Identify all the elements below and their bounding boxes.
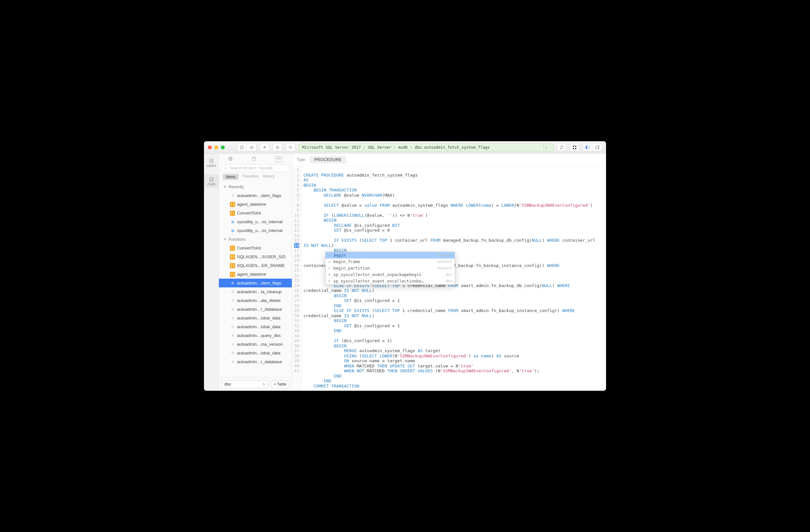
rail-db-master[interactable]: master [204, 156, 218, 169]
type-header: Type PROCEDURE [292, 153, 606, 166]
sidebar-tabs: Items Favorites History [219, 174, 292, 182]
tree-item[interactable]: ()SQLAGEN…ER_SNAME [219, 261, 292, 270]
app-window: ≡ Microsoft SQL Server 2017 : SQL Server… [204, 141, 606, 391]
function-icon: () [230, 254, 235, 260]
rail-db-msdb[interactable]: msdb [204, 174, 218, 188]
autocomplete-item[interactable]: ⚙sp_syscollector_event_onpackagebegindbo [326, 271, 455, 278]
svg-line-19 [226, 169, 227, 169]
schema-select[interactable]: dbo⇅ [222, 380, 268, 388]
tree-item[interactable]: ⚙autoadmin…query_dbs [219, 331, 292, 340]
breadcrumb[interactable]: Microsoft SQL Server 2017 : SQL Server :… [298, 144, 553, 151]
close-window-button[interactable] [208, 146, 212, 149]
function-icon: () [230, 211, 235, 216]
gear-icon: ⚙ [230, 359, 235, 365]
history-button[interactable]: ≡ [260, 144, 270, 151]
panel-right-button[interactable] [593, 144, 602, 151]
gear-icon: ⚙ [230, 324, 235, 330]
search-icon [224, 166, 228, 170]
add-table-button[interactable]: + Table [271, 380, 289, 388]
tree-item[interactable]: ⚙autoadmin…stem_flags [219, 191, 292, 200]
gear-icon: ⚙ [328, 279, 333, 284]
tree-item[interactable]: ▦sysutility_u…ns_internal [219, 226, 292, 235]
sidebar: ⏻ SQL Search for item: ^name$… Items Fav… [219, 153, 292, 391]
zoom-window-button[interactable] [221, 146, 225, 149]
tab-history[interactable]: History [263, 174, 275, 180]
tree-item[interactable]: ⚙autoadmin…lobal_data [219, 314, 292, 322]
gear-icon: ⚙ [230, 289, 235, 295]
svg-line-6 [291, 148, 292, 149]
database-icon [209, 177, 214, 182]
sidebar-mode-icons: ⏻ SQL [219, 153, 292, 164]
tree-item[interactable]: ()SQLAGEN…SUSER_SID [219, 252, 292, 261]
keyword-icon: ▭ [328, 259, 333, 264]
code-editor[interactable]: 1234567891011121314151617181920212223242… [292, 166, 606, 391]
tree-item[interactable]: ()agent_datetime [219, 270, 292, 279]
rail-label: master [206, 164, 216, 167]
panel-left-button[interactable] [583, 144, 593, 151]
sidebar-bottom: dbo⇅ + Table [219, 378, 292, 391]
gear-icon: ⚙ [230, 351, 235, 356]
tree-item[interactable]: ()ConvertToInt [219, 244, 292, 252]
sql-icon[interactable]: SQL [275, 156, 282, 162]
function-icon: () [230, 263, 235, 268]
gear-icon: ⚙ [230, 307, 235, 312]
stop-button[interactable] [237, 144, 247, 151]
tree-item[interactable]: ⚙autoadmin…lobal_data [219, 349, 292, 358]
gear-icon: ⚙ [328, 272, 333, 277]
svg-point-16 [209, 177, 213, 179]
plug-icon[interactable]: ⏻ [228, 156, 232, 162]
tree-item[interactable]: ⚙autoadmin…lobal_data [219, 322, 292, 331]
refresh-button[interactable] [557, 144, 566, 151]
keyword-icon: ▭ [328, 253, 333, 258]
tree-item-selected[interactable]: ⚙autoadmin…stem_flags [219, 279, 292, 287]
gear-icon: ⚙ [230, 333, 235, 338]
sidebar-tree: ▼Recently ⚙autoadmin…stem_flags ()agent_… [219, 182, 292, 378]
svg-point-18 [224, 167, 227, 169]
tree-item[interactable]: ()ConvertToInt [219, 209, 292, 217]
type-value: PROCEDURE [310, 156, 346, 163]
chevron-updown-icon: ⇅ [263, 383, 265, 386]
tree-item[interactable]: ⚙autoadmin…ta_cleanup [219, 287, 292, 296]
tree-item[interactable]: ()agent_datetime [219, 200, 292, 209]
svg-point-17 [252, 157, 255, 158]
table-icon: ▦ [230, 219, 235, 225]
svg-point-5 [289, 146, 292, 148]
titlebar: ≡ Microsoft SQL Server 2017 : SQL Server… [204, 141, 606, 153]
svg-rect-9 [573, 148, 574, 149]
location-badge: loc [541, 145, 550, 149]
view-button[interactable] [247, 144, 257, 151]
gear-icon: ⚙ [230, 281, 235, 286]
autocomplete-item[interactable]: ▭beginkeyword [326, 252, 455, 259]
keyword-icon: ▭ [328, 266, 333, 271]
search-placeholder: Search for item: ^name$… [230, 166, 276, 170]
search-input[interactable]: Search for item: ^name$… [222, 164, 289, 172]
table-icon: ▦ [230, 228, 235, 233]
db-icon[interactable] [251, 156, 257, 162]
autocomplete-item[interactable]: ▭begin_partitionkeyword [326, 265, 455, 271]
search-toolbar-button[interactable] [286, 144, 295, 151]
svg-rect-14 [598, 146, 599, 149]
section-recently[interactable]: ▼Recently [219, 182, 292, 191]
database-rail: master msdb [204, 153, 219, 391]
breadcrumb-text: Microsoft SQL Server 2017 : SQL Server :… [302, 145, 490, 150]
section-functions[interactable]: ▼Functions [219, 235, 292, 244]
minimize-window-button[interactable] [214, 146, 218, 149]
autocomplete-item[interactable]: ⚙sp_syscollector_event_oncollectionbe…db… [326, 278, 455, 284]
tree-item[interactable]: ▦sysutility_u…ns_internal [219, 217, 292, 226]
tree-item[interactable]: ⚙autoadmin…r_database [219, 358, 292, 366]
line-gutter: 1234567891011121314151617181920212223242… [292, 166, 302, 391]
grid-button[interactable] [570, 144, 580, 151]
tree-item[interactable]: ⚙autoadmin…ata_delete [219, 296, 292, 305]
svg-line-1 [241, 146, 243, 148]
rail-label: msdb [207, 182, 215, 186]
function-icon: () [230, 272, 235, 277]
tree-item[interactable]: ⚙autoadmin…r_database [219, 305, 292, 314]
svg-point-3 [251, 147, 252, 148]
svg-rect-8 [575, 146, 577, 147]
lock-button[interactable] [273, 144, 282, 151]
tab-items[interactable]: Items [223, 174, 239, 180]
type-label: Type [297, 157, 305, 162]
tree-item[interactable]: ⚙autoadmin…ma_version [219, 340, 292, 349]
tab-favorites[interactable]: Favorites [243, 174, 258, 180]
autocomplete-item[interactable]: ▭begin_framekeyword [326, 259, 455, 265]
